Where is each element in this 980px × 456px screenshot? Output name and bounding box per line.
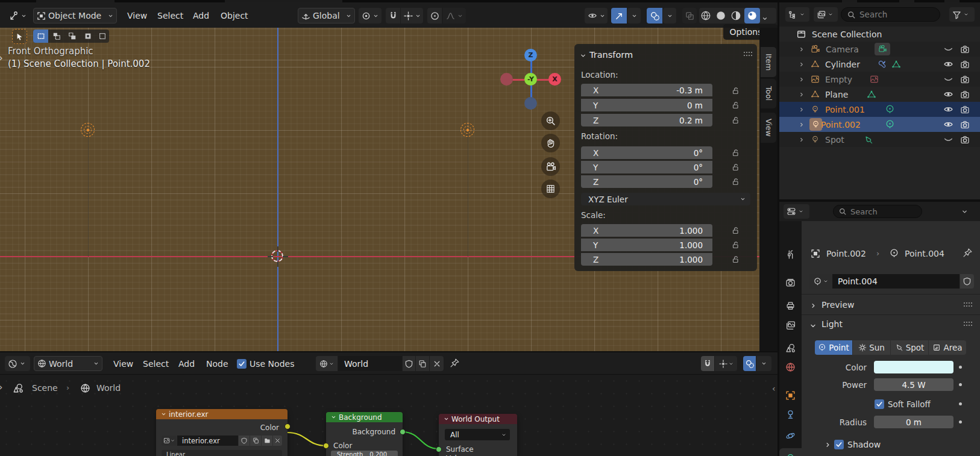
scale-y-field[interactable]: Y1.000 (581, 239, 712, 251)
location-x-field[interactable]: X-0.3 m (581, 84, 712, 96)
surface-input-socket[interactable] (436, 446, 442, 452)
toolbar-expand-icon[interactable]: › (0, 52, 3, 64)
render-visibility-toggle[interactable] (960, 60, 970, 69)
outliner-row-point002[interactable]: Point.002 (779, 117, 980, 132)
pan-button[interactable] (541, 134, 560, 152)
tab-object-icon[interactable] (785, 390, 796, 401)
tab-physics-icon[interactable] (785, 431, 796, 441)
target-dropdown[interactable]: All (445, 429, 510, 440)
scale-x-field[interactable]: X1.000 (581, 224, 712, 237)
lock-icon[interactable] (730, 225, 740, 235)
outliner-search[interactable]: Search (841, 7, 940, 22)
filter-display-dropdown[interactable] (814, 7, 838, 22)
outliner-row-point001[interactable]: Point.001 (779, 102, 980, 117)
render-visibility-toggle[interactable] (960, 45, 970, 54)
hide-toggle[interactable] (943, 74, 953, 84)
breadcrumb-object[interactable]: Point.002 (826, 249, 866, 258)
animate-dot[interactable] (959, 420, 962, 423)
falloff-dropdown[interactable] (443, 8, 466, 23)
tab-view[interactable]: View (761, 113, 776, 143)
editor-type-button[interactable] (6, 8, 29, 23)
snap-settings-dropdown[interactable] (401, 8, 423, 23)
animate-dot[interactable] (959, 366, 962, 369)
shading-solid-button[interactable] (715, 10, 726, 21)
tab-output-icon[interactable] (785, 301, 796, 311)
preview-expand-icon[interactable] (810, 302, 817, 309)
shading-rendered-button[interactable] (744, 8, 760, 23)
node-environment-texture[interactable]: interior.exr Color interior.exr Linear (156, 409, 287, 456)
hide-toggle[interactable] (943, 59, 953, 69)
strength-field[interactable]: Strength 0.200 (331, 451, 398, 456)
soft-falloff-checkbox[interactable] (875, 399, 884, 409)
tab-scene-icon[interactable] (785, 343, 796, 353)
camera-data-badge[interactable] (875, 43, 890, 55)
node-header[interactable]: World Output (439, 414, 517, 424)
image-open-button[interactable] (262, 436, 272, 446)
select-intersect-button[interactable] (96, 30, 109, 43)
orientation-dropdown[interactable]: Global (298, 8, 355, 23)
lock-icon[interactable] (730, 176, 740, 186)
shadow-expand-icon[interactable] (825, 442, 831, 448)
location-z-field[interactable]: Z0.2 m (581, 114, 712, 126)
gizmo-z-axis[interactable]: Z (524, 49, 537, 61)
hide-toggle[interactable] (943, 119, 953, 130)
shadow-panel-title[interactable]: Shadow (847, 440, 881, 449)
render-visibility-toggle[interactable] (960, 90, 970, 99)
light-panel-title[interactable]: Light (821, 319, 843, 329)
animate-dot[interactable] (959, 402, 962, 405)
lock-icon[interactable] (730, 162, 740, 172)
rotation-y-field[interactable]: Y0° (581, 161, 712, 173)
background-output-socket[interactable] (400, 429, 406, 435)
active-tool-button[interactable] (12, 29, 27, 44)
image-fake-user-button[interactable] (239, 436, 250, 446)
menu-object[interactable]: Object (221, 8, 248, 23)
modifier-icon[interactable] (878, 60, 887, 69)
menu-select[interactable]: Select (157, 8, 183, 23)
image-datablock[interactable]: interior.exr (162, 436, 282, 446)
hide-toggle[interactable] (943, 89, 953, 99)
header-more-dropdown[interactable] (961, 208, 968, 215)
lock-icon[interactable] (730, 100, 740, 110)
rotation-x-field[interactable]: X0° (581, 146, 712, 159)
pivot-dropdown[interactable] (359, 8, 382, 23)
light-type-spot[interactable]: Spot (891, 340, 928, 355)
shading-material-button[interactable] (730, 10, 741, 21)
drag-dots-icon[interactable] (963, 301, 973, 308)
expand-icon[interactable] (799, 107, 805, 113)
gizmo-toggle[interactable] (611, 8, 627, 23)
select-new-button[interactable] (33, 30, 48, 43)
color-output-socket[interactable] (284, 423, 291, 429)
gizmo-negz-axis[interactable] (524, 97, 537, 110)
overlays-toggle[interactable] (647, 8, 662, 23)
nav-gizmo[interactable]: Z X -Y (500, 49, 564, 112)
drag-dots-icon[interactable] (963, 320, 973, 328)
mesh-data-icon[interactable] (891, 60, 901, 69)
menu-add[interactable]: Add (193, 8, 209, 23)
properties-search[interactable]: Search (833, 205, 922, 218)
outliner-row-plane[interactable]: Plane (779, 87, 980, 102)
outliner-row-camera[interactable]: Camera (779, 42, 980, 57)
overlays-dropdown[interactable] (663, 8, 676, 23)
gizmo-negx-axis[interactable] (500, 73, 513, 86)
image-copy-button[interactable] (250, 436, 261, 446)
tab-tool[interactable]: Tool (761, 79, 776, 108)
gizmo-front-axis[interactable]: -Y (524, 73, 537, 86)
ortho-toggle-button[interactable] (541, 180, 560, 198)
image-icon-dropdown[interactable] (162, 436, 177, 446)
point-light-object[interactable] (460, 123, 476, 138)
panel-collapse-icon[interactable] (580, 52, 586, 59)
shading-dropdown[interactable] (762, 13, 771, 19)
location-y-field[interactable]: Y0 m (581, 99, 712, 111)
tab-world-icon[interactable] (785, 362, 796, 372)
render-visibility-toggle[interactable] (960, 120, 970, 130)
tab-item[interactable]: Item (761, 47, 776, 77)
scale-z-field[interactable]: Z1.000 (581, 253, 712, 266)
pin-icon[interactable] (963, 248, 973, 258)
gizmo-x-axis[interactable]: X (548, 73, 561, 86)
expand-icon[interactable] (799, 92, 805, 98)
xray-toggle[interactable] (682, 8, 697, 23)
node-background[interactable]: Background Background Color Strength 0.2… (326, 412, 403, 456)
light-type-sun[interactable]: Sun (853, 340, 890, 355)
editor-type-button[interactable] (784, 204, 809, 219)
radius-field[interactable]: 0 m (874, 416, 953, 428)
